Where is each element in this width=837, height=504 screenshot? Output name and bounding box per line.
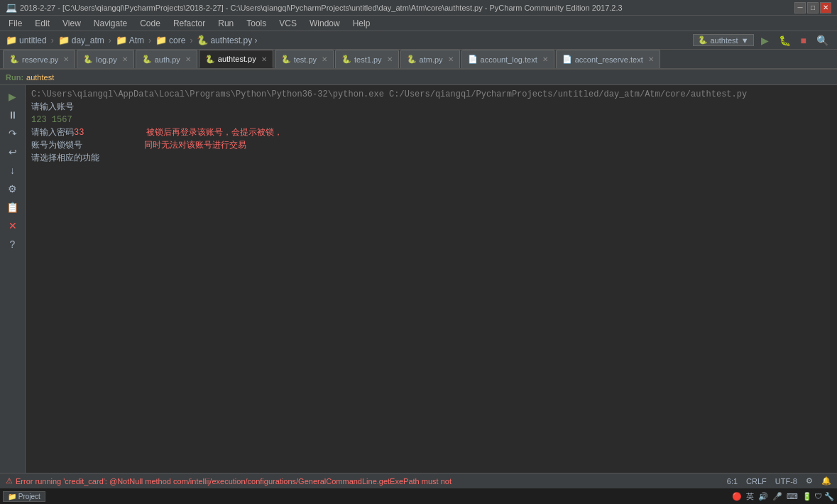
tab-file-icon: 🐍 xyxy=(407,55,417,64)
output-line-2: 123 1567 xyxy=(31,114,831,126)
taskbar-icon-5: ⌨ xyxy=(787,492,798,501)
folder-icon-4: 📁 xyxy=(155,35,167,45)
taskbar-project[interactable]: 📁 Project xyxy=(3,491,45,502)
tab-close-icon[interactable]: ✕ xyxy=(261,55,267,63)
tab-test1-py[interactable]: 🐍test1.py✕ xyxy=(335,50,399,68)
tab-log-py[interactable]: 🐍log.py✕ xyxy=(77,50,133,68)
tab-label: log.py xyxy=(96,55,116,64)
menu-item-window[interactable]: Window xyxy=(304,17,346,30)
error-icon: ⚠ xyxy=(6,476,13,486)
breadcrumb-item-untitled[interactable]: 📁 untitled xyxy=(6,35,47,45)
menu-item-help[interactable]: Help xyxy=(347,17,376,30)
run-config-selector[interactable]: 🐍 authtest ▼ xyxy=(693,34,754,46)
tab-close-icon[interactable]: ✕ xyxy=(448,55,454,63)
title-bar: 💻 2018-2-27 - [C:\Users\qiangql\PycharmP… xyxy=(0,0,837,16)
copy-button[interactable]: 📋 xyxy=(3,199,23,216)
window-controls[interactable]: ─ □ ✕ xyxy=(794,2,831,13)
tab-file-icon: 🐍 xyxy=(9,55,19,64)
breadcrumb-item-core[interactable]: 📁 core xyxy=(155,35,185,45)
tab-close-icon[interactable]: ✕ xyxy=(542,55,548,63)
tab-close-icon[interactable]: ✕ xyxy=(648,55,654,63)
tab-close-icon[interactable]: ✕ xyxy=(122,55,128,63)
stop-button[interactable]: ■ xyxy=(798,33,809,48)
step-over-button[interactable]: ↷ xyxy=(3,125,23,142)
minimize-button[interactable]: ─ xyxy=(794,2,806,13)
taskbar-icon-4: 🎤 xyxy=(772,492,782,501)
output-line-3: 请输入密码33 被锁后再登录该账号，会提示被锁， xyxy=(31,126,831,139)
app-icon: 💻 xyxy=(6,2,17,13)
window-title: 2018-2-27 - [C:\Users\qiangql\PycharmPro… xyxy=(20,4,623,12)
tab-file-icon: 🐍 xyxy=(205,55,215,64)
breadcrumb-bar: 📁 untitled › 📁 day_atm › 📁 Atm › 📁 core … xyxy=(0,31,837,50)
resume-button[interactable]: ▶ xyxy=(3,88,23,105)
menu-item-view[interactable]: View xyxy=(57,17,87,30)
tab-close-icon[interactable]: ✕ xyxy=(387,55,393,63)
menu-bar: FileEditViewNavigateCodeRefactorRunTools… xyxy=(0,16,837,31)
run-config-name-label: authtest xyxy=(26,73,54,82)
menu-item-run[interactable]: Run xyxy=(212,17,239,30)
breadcrumb-sep-3: › xyxy=(148,35,151,45)
tab-reserve-py[interactable]: 🐍reserve.py✕ xyxy=(3,50,75,68)
breadcrumb-sep-1: › xyxy=(51,35,54,45)
menu-item-vcs[interactable]: VCS xyxy=(273,17,302,30)
breadcrumb: 📁 untitled › 📁 day_atm › 📁 Atm › 📁 core … xyxy=(6,35,257,45)
menu-item-refactor[interactable]: Refactor xyxy=(168,17,211,30)
scroll-end-button[interactable]: ↓ xyxy=(3,162,23,179)
folder-icon: 📁 xyxy=(6,35,17,45)
close-button[interactable]: ✕ xyxy=(820,2,831,13)
debug-button[interactable]: 🐛 xyxy=(776,33,794,48)
search-button[interactable]: 🔍 xyxy=(814,33,831,48)
menu-item-edit[interactable]: Edit xyxy=(29,17,55,30)
tab-accont_reserve-text[interactable]: 📄accont_reserve.text✕ xyxy=(556,50,660,68)
breadcrumb-item-authtest[interactable]: 🐍 authtest.py › xyxy=(197,35,257,45)
run-config-icon: 🐍 xyxy=(698,35,708,45)
settings-button[interactable]: ⚙ xyxy=(3,180,23,197)
annotation-line-1: 被锁后再登录该账号，会提示被锁， xyxy=(146,128,283,138)
cmd-line: C:\Users\qiangql\AppData\Local\Programs\… xyxy=(31,88,831,101)
breadcrumb-sep-2: › xyxy=(109,35,111,45)
tab-test-py[interactable]: 🐍test.py✕ xyxy=(275,50,334,68)
tab-close-icon[interactable]: ✕ xyxy=(322,55,327,63)
taskbar: 📁 Project 🔴 英 🔊 🎤 ⌨ 🔋 🛡 🔧 xyxy=(0,488,837,504)
tab-label: accont_reserve.text xyxy=(575,55,643,64)
breadcrumb-label-authtest: authtest.py › xyxy=(210,35,257,45)
run-config-name: authtest xyxy=(711,36,738,45)
tab-atm-py[interactable]: 🐍atm.py✕ xyxy=(400,50,460,68)
tab-label: atm.py xyxy=(420,55,443,64)
tab-label: reserve.py xyxy=(22,55,58,64)
run-subheader: Run: authtest xyxy=(0,70,837,85)
tab-authtest-py[interactable]: 🐍authtest.py✕ xyxy=(199,50,273,68)
maximize-button[interactable]: □ xyxy=(807,2,819,13)
menu-item-tools[interactable]: Tools xyxy=(241,17,272,30)
pause-button[interactable]: ⏸ xyxy=(3,106,23,124)
menu-item-navigate[interactable]: Navigate xyxy=(88,17,133,30)
tab-label: authtest.py xyxy=(218,55,256,63)
taskbar-icon-2: 英 xyxy=(746,491,754,502)
taskbar-icon-3: 🔊 xyxy=(758,492,768,501)
clear-button[interactable]: ✕ xyxy=(3,217,23,234)
output-line-4: 账号为锁锁号 同时无法对该账号进行交易 xyxy=(31,139,831,152)
breadcrumb-label-untitled: untitled xyxy=(19,35,47,45)
annotation-line-2: 同时无法对该账号进行交易 xyxy=(144,141,246,150)
breadcrumb-sep-4: › xyxy=(190,35,192,45)
run-button[interactable]: ▶ xyxy=(758,33,772,48)
tab-label: test.py xyxy=(294,55,317,64)
breadcrumb-item-day-atm[interactable]: 📁 day_atm xyxy=(58,35,104,45)
python-file-icon: 🐍 xyxy=(197,35,208,45)
help-button[interactable]: ? xyxy=(3,236,23,253)
tab-close-icon[interactable]: ✕ xyxy=(185,55,191,63)
tab-file-icon: 🐍 xyxy=(83,55,93,64)
tabs-bar: 🐍reserve.py✕🐍log.py✕🐍auth.py✕🐍authtest.p… xyxy=(0,50,837,70)
rerun-button[interactable]: ↩ xyxy=(3,143,23,160)
encoding: UTF-8 xyxy=(775,477,797,486)
tab-auth-py[interactable]: 🐍auth.py✕ xyxy=(136,50,197,68)
tab-account_log-text[interactable]: 📄account_log.text✕ xyxy=(461,50,554,68)
output-line-5: 请选择相应的功能 xyxy=(31,152,831,165)
menu-item-code[interactable]: Code xyxy=(134,17,166,30)
line-separator: CRLF xyxy=(746,477,767,486)
breadcrumb-item-atm[interactable]: 📁 Atm xyxy=(116,35,144,45)
run-sidebar: ▶ ⏸ ↷ ↩ ↓ ⚙ 📋 ✕ ? xyxy=(0,85,26,488)
breadcrumb-label-core: core xyxy=(169,35,185,45)
menu-item-file[interactable]: File xyxy=(3,17,28,30)
tab-close-icon[interactable]: ✕ xyxy=(63,55,69,63)
